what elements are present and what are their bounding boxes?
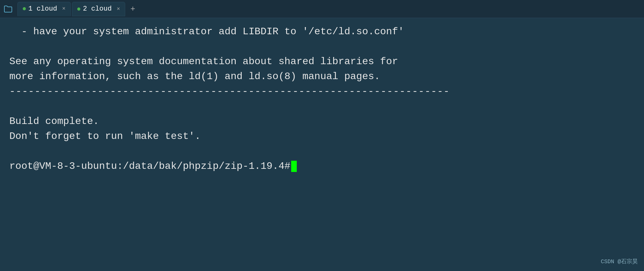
terminal-line-3: See any operating system documentation a… — [9, 54, 635, 69]
tab-1-close[interactable]: × — [62, 6, 65, 12]
tab-1[interactable]: 1 cloud × — [17, 2, 71, 16]
terminal-body: - have your system administrator add LIB… — [0, 18, 644, 271]
terminal-line-7: Don't forget to run 'make test'. — [9, 129, 635, 144]
folder-icon — [2, 3, 14, 15]
tab-1-dot — [23, 7, 26, 10]
terminal-line-2 — [9, 39, 635, 54]
add-tab-button[interactable]: + — [126, 3, 139, 15]
terminal-line-1: - have your system administrator add LIB… — [9, 24, 635, 39]
tab-1-label: 1 cloud — [28, 5, 57, 13]
terminal-dashed-line: ----------------------------------------… — [9, 84, 635, 99]
terminal-prompt-line: root@VM-8-3-ubuntu:/data/bak/phpzip/zip-… — [9, 159, 635, 174]
tab-2[interactable]: 2 cloud × — [72, 2, 125, 16]
terminal-line-4: more information, such as the ld(1) and … — [9, 69, 635, 84]
tab-2-dot — [77, 7, 80, 11]
terminal-prompt: root@VM-8-3-ubuntu:/data/bak/phpzip/zip-… — [9, 159, 291, 174]
terminal-cursor — [291, 161, 297, 172]
terminal-line-8 — [9, 144, 635, 159]
tab-2-close[interactable]: × — [117, 6, 120, 12]
terminal-line-5 — [9, 99, 635, 114]
watermark: CSDN @石宗昊 — [601, 258, 638, 266]
title-bar: 1 cloud × 2 cloud × + — [0, 0, 644, 18]
terminal-line-6: Build complete. — [9, 114, 635, 129]
tab-2-label: 2 cloud — [83, 5, 111, 13]
